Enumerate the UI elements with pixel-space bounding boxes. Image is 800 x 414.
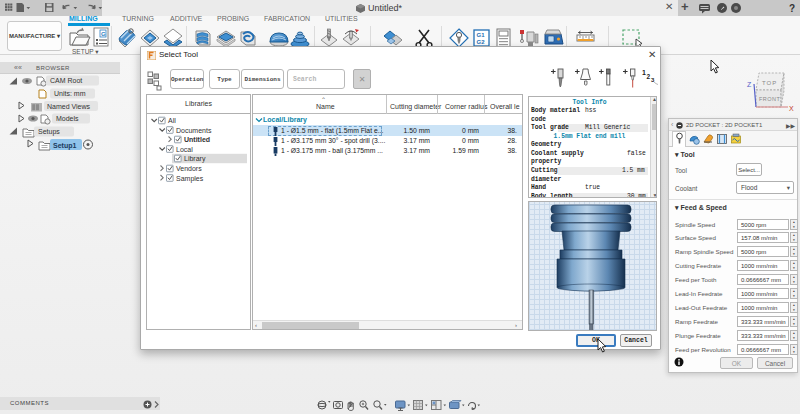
svg-text:Models: Models <box>56 115 79 122</box>
svg-text:Vendors: Vendors <box>176 165 202 172</box>
svg-text:TOP: TOP <box>762 80 777 86</box>
svg-text:Z: Z <box>747 81 752 88</box>
svg-text:CAM Root: CAM Root <box>50 77 82 84</box>
svg-text:Local: Local <box>176 146 193 153</box>
svg-text:Units: mm: Units: mm <box>54 90 86 97</box>
svg-text:Named Views: Named Views <box>47 103 91 110</box>
svg-text:FRONT: FRONT <box>759 96 781 102</box>
svg-text:G: G <box>101 31 106 37</box>
svg-text:All: All <box>168 117 176 124</box>
svg-text:Setup1: Setup1 <box>53 142 76 150</box>
svg-text:2: 2 <box>647 73 651 80</box>
svg-text:?: ? <box>789 3 795 14</box>
svg-text:X: X <box>789 105 794 112</box>
svg-text:Untitled: Untitled <box>184 136 210 143</box>
svg-text:G2: G2 <box>477 39 486 45</box>
svg-text:1: 1 <box>642 69 646 76</box>
svg-text:Samples: Samples <box>176 175 204 183</box>
svg-text:Setups: Setups <box>38 128 60 136</box>
svg-text:Documents: Documents <box>176 127 212 134</box>
svg-text:G1: G1 <box>477 32 486 38</box>
svg-text:Library: Library <box>184 155 206 163</box>
